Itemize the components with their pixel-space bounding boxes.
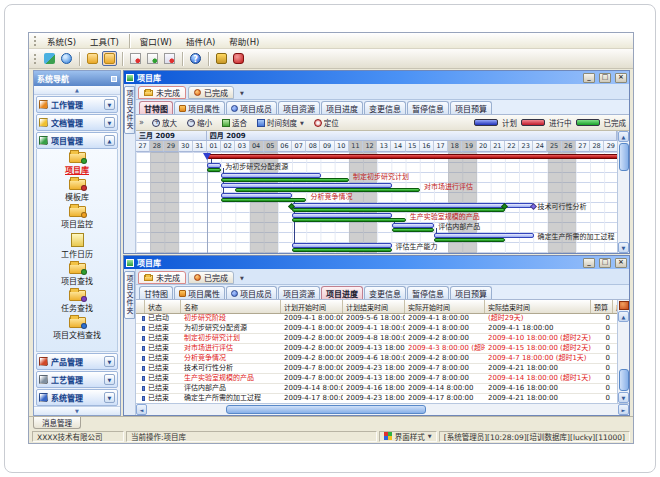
filter-tab-unfinished[interactable]: 未完成 bbox=[138, 86, 186, 99]
scrollbar-thumb[interactable] bbox=[226, 405, 426, 414]
view-tab-6[interactable]: 暂停信息 bbox=[407, 101, 449, 114]
view-tab-4[interactable]: 项目进度 bbox=[321, 286, 363, 299]
toolbar-button[interactable] bbox=[128, 51, 143, 66]
sidebar-group-header-0[interactable]: 工作管理▼ bbox=[36, 96, 118, 113]
view-tab-5[interactable]: 变更信息 bbox=[364, 101, 406, 114]
tab-overflow-button[interactable]: ▼ bbox=[236, 87, 248, 99]
scroll-up-arrow[interactable]: ▲ bbox=[618, 311, 629, 322]
chevron-icon[interactable]: ▼ bbox=[104, 117, 115, 128]
table-row[interactable]: 已结束分析竞争情况2009-4-2 8:00:002009-4-6 18:00:… bbox=[136, 354, 617, 364]
project-folder-side-tab[interactable]: 项目文件夹 bbox=[124, 271, 135, 319]
table-row[interactable]: 已结束为初步研究分配资源2009-4-1 8:00:002009-4-1 18:… bbox=[136, 324, 617, 334]
toolbar-overflow-icon[interactable]: » bbox=[139, 118, 144, 127]
minimize-button[interactable]: _ bbox=[583, 258, 595, 268]
gantt-summary-bar[interactable] bbox=[207, 154, 617, 159]
sidebar-item-3[interactable]: 工作日历 bbox=[61, 233, 93, 259]
progress-panel-titlebar[interactable]: 项目库 _ □ × bbox=[124, 256, 629, 269]
view-tab-0[interactable]: 甘特图 bbox=[139, 101, 173, 114]
time-scale-button[interactable]: 时间刻度▼ bbox=[253, 115, 308, 130]
menu-item[interactable]: 插件(A) bbox=[179, 34, 222, 48]
close-button[interactable]: × bbox=[615, 258, 627, 268]
gantt-panel-titlebar[interactable]: 项目库 _ □ × bbox=[124, 71, 629, 84]
table-row[interactable]: 已结束制定初步研究计划2009-4-2 8:00:002009-4-8 18:0… bbox=[136, 334, 617, 344]
toolbar-button[interactable] bbox=[102, 51, 117, 66]
chevron-icon[interactable]: ▲ bbox=[104, 135, 115, 146]
tab-overflow-button[interactable]: ▼ bbox=[236, 272, 248, 284]
gantt-bar-actual[interactable] bbox=[434, 238, 505, 242]
sidebar-item-2[interactable]: 项目监控 bbox=[61, 206, 93, 229]
toolbar-grip[interactable] bbox=[34, 54, 37, 64]
table-vertical-scrollbar[interactable]: ▲ ▼ bbox=[617, 300, 629, 403]
pin-icon[interactable] bbox=[111, 76, 117, 82]
toolbar-grip[interactable] bbox=[34, 36, 37, 46]
table-row[interactable]: 已结束技术可行性分析2009-4-7 8:00:002009-4-23 18:0… bbox=[136, 364, 617, 374]
view-tab-3[interactable]: 项目资源 bbox=[278, 286, 320, 299]
locate-button[interactable]: 定位 bbox=[310, 115, 343, 130]
view-tab-1[interactable]: 项目属性 bbox=[174, 101, 225, 114]
gantt-bar-actual[interactable] bbox=[292, 218, 406, 222]
scroll-right-arrow[interactable]: ► bbox=[618, 404, 629, 415]
column-header[interactable]: 状态 bbox=[145, 300, 181, 313]
view-tab-1[interactable]: 项目属性 bbox=[174, 286, 225, 299]
sidebar-group-header-4[interactable]: 工艺管理▼ bbox=[36, 371, 118, 388]
toolbar-button[interactable] bbox=[231, 51, 246, 66]
column-header[interactable]: 计划结束时间 bbox=[343, 300, 405, 313]
view-tab-2[interactable]: 项目成员 bbox=[226, 286, 277, 299]
column-header[interactable]: 实际结束时间 bbox=[485, 300, 591, 313]
view-tab-5[interactable]: 变更信息 bbox=[364, 286, 406, 299]
filter-tab-finished[interactable]: 已完成 bbox=[188, 86, 234, 99]
filter-tab-finished[interactable]: 已完成 bbox=[188, 271, 234, 284]
sidebar-group-header-2[interactable]: 项目管理▲ bbox=[36, 132, 118, 149]
menu-item[interactable]: 工具(T) bbox=[83, 34, 126, 48]
scroll-up-arrow[interactable]: ▲ bbox=[618, 131, 629, 142]
view-tab-7[interactable]: 项目预算 bbox=[450, 286, 492, 299]
table-row[interactable]: 已启动初步研究阶段2009-4-1 8:00:002009-5-6 18:00:… bbox=[136, 314, 617, 324]
maximize-button[interactable]: □ bbox=[599, 258, 611, 268]
zoom-in-button[interactable]: 放大 bbox=[148, 115, 181, 130]
column-header[interactable]: 预算 bbox=[591, 300, 613, 313]
sidebar-item-0[interactable]: 项目库 bbox=[65, 152, 89, 175]
chevron-icon[interactable]: ▼ bbox=[104, 356, 115, 367]
sidebar-group-header-3[interactable]: 产品管理▼ bbox=[36, 353, 118, 370]
minimize-button[interactable]: _ bbox=[583, 73, 595, 83]
column-customize-button[interactable] bbox=[619, 301, 629, 310]
toolbar-button[interactable] bbox=[42, 51, 57, 66]
sidebar-group-header-1[interactable]: 文档管理▼ bbox=[36, 114, 118, 131]
sidebar-item-5[interactable]: 任务查找 bbox=[61, 290, 93, 313]
column-header[interactable]: 实际开始时间 bbox=[405, 300, 485, 313]
view-tab-6[interactable]: 暂停信息 bbox=[407, 286, 449, 299]
scroll-down-arrow[interactable]: ▼ bbox=[618, 242, 629, 253]
sidebar-item-1[interactable]: 模板库 bbox=[65, 179, 89, 202]
scroll-down-arrow[interactable]: ▼ bbox=[618, 392, 629, 403]
gantt-bar-actual[interactable] bbox=[292, 248, 391, 252]
column-header[interactable] bbox=[136, 300, 145, 313]
view-tab-7[interactable]: 项目预算 bbox=[450, 101, 492, 114]
project-folder-side-tab[interactable]: 项目文件夹 bbox=[124, 86, 135, 134]
sidebar-item-6[interactable]: 项目文档查找 bbox=[53, 317, 101, 340]
sidebar-group-header-5[interactable]: 系统管理▼ bbox=[36, 389, 118, 406]
view-tab-0[interactable]: 甘特图 bbox=[139, 286, 173, 299]
sidebar-scroll-down-button[interactable]: ▼ bbox=[34, 406, 120, 415]
close-button[interactable]: × bbox=[615, 73, 627, 83]
toolbar-button[interactable] bbox=[162, 51, 177, 66]
gantt-vertical-scrollbar[interactable]: ▲ ▼ bbox=[617, 131, 629, 253]
chevron-icon[interactable]: ▼ bbox=[104, 374, 115, 385]
toolbar-button[interactable] bbox=[59, 51, 74, 66]
gantt-bar-actual[interactable] bbox=[292, 208, 505, 212]
toolbar-button[interactable] bbox=[145, 51, 160, 66]
gantt-bar-actual[interactable] bbox=[221, 178, 349, 182]
zoom-out-button[interactable]: 缩小 bbox=[183, 115, 216, 130]
table-row[interactable]: 已结束对市场进行评估2009-4-2 8:00:002009-4-13 18:0… bbox=[136, 344, 617, 354]
menu-item[interactable]: 系统(S) bbox=[40, 34, 83, 48]
menu-item[interactable]: 窗口(W) bbox=[133, 34, 179, 48]
gantt-bar-actual[interactable] bbox=[221, 198, 306, 202]
toolbar-button[interactable] bbox=[85, 51, 100, 66]
gantt-bar-actual[interactable] bbox=[392, 228, 435, 232]
toolbar-button[interactable]: ? bbox=[188, 51, 203, 66]
interface-style-selector[interactable]: 界面样式 ▼ bbox=[379, 431, 437, 442]
chevron-icon[interactable]: ▼ bbox=[104, 99, 115, 110]
view-tab-3[interactable]: 项目资源 bbox=[278, 101, 320, 114]
toolbar-button[interactable] bbox=[214, 51, 229, 66]
menu-item[interactable]: 帮助(H) bbox=[222, 34, 266, 48]
view-tab-4[interactable]: 项目进度 bbox=[321, 101, 363, 114]
